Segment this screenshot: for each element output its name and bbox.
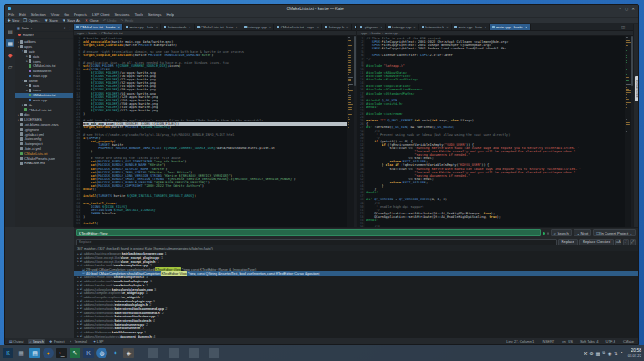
clipboard-icon[interactable]: ⧉	[602, 350, 605, 356]
more-view-icon[interactable]: ⌄	[626, 24, 633, 30]
project-selector[interactable]: ▦ Kate ▾ ⟳ ⋮	[15, 24, 73, 32]
tab-close-icon[interactable]: ✕	[117, 26, 120, 29]
split-view-icon[interactable]: ◫	[620, 24, 626, 30]
code-right[interactable]: /* This file is part of the KDE project …	[365, 36, 625, 227]
expand-tray-icon[interactable]: ⌃	[620, 351, 624, 356]
replace-input[interactable]: Replace	[76, 239, 557, 245]
open-button[interactable]: ❐Open...	[23, 18, 40, 23]
menu-file[interactable]: File	[8, 13, 14, 17]
menu-help[interactable]: Help	[167, 13, 174, 17]
git-icon[interactable]: ◆	[6, 50, 14, 59]
project-refresh-button[interactable]: ⟳	[64, 26, 66, 30]
breadcrumb-segment[interactable]: apps	[361, 31, 367, 35]
result-checkbox[interactable]: ☑	[80, 276, 82, 279]
toolview-button-terminal[interactable]: ›_Terminal	[69, 339, 89, 344]
menu-settings[interactable]: Settings	[148, 13, 162, 17]
menu-view[interactable]: View	[51, 13, 59, 17]
result-checkbox[interactable]: ☑	[80, 287, 82, 291]
task-button[interactable]	[148, 348, 158, 358]
syntax-mode[interactable]: CMake	[621, 339, 636, 343]
next-button[interactable]: ⌄Next	[574, 229, 591, 236]
toolview-button-search[interactable]: ⌕Search	[28, 339, 45, 344]
search-button[interactable]: ⌕Search	[551, 229, 572, 236]
result-checkbox[interactable]: ☑	[80, 256, 82, 260]
menu-go[interactable]: Go	[64, 13, 69, 17]
result-checkbox[interactable]: ☑	[80, 311, 82, 314]
result-checkbox[interactable]: ☑	[80, 264, 82, 267]
code-left[interactable]: # kwrite applicationadd_executable(kwrit…	[81, 36, 347, 227]
toolview-button-output[interactable]: ▤Output	[8, 339, 25, 344]
search-toggle-aA[interactable]: aA	[615, 239, 621, 245]
result-checkbox[interactable]: ☑	[80, 260, 82, 263]
gimp-icon[interactable]: ◈	[123, 348, 134, 358]
result-checkbox[interactable]: ☑	[80, 322, 82, 326]
breadcrumb-segment[interactable]: CMakeLists.txt	[101, 31, 123, 35]
close-button[interactable]: ✕Close	[85, 18, 99, 23]
result-checkbox[interactable]: ☑	[82, 268, 85, 271]
search-toggle-xx[interactable]: .*	[623, 239, 629, 245]
editor-left[interactable]: 1234567891011121314151617181920212223242…	[74, 36, 356, 227]
maximize-button[interactable]: ▢	[625, 7, 628, 11]
result-checkbox[interactable]: ☑	[80, 327, 82, 330]
minimap-right[interactable]	[625, 36, 631, 227]
tab-close-icon[interactable]: ✕	[236, 26, 238, 29]
breadcrumb-segment[interactable]: apps	[77, 31, 84, 35]
right-toolview-tab[interactable]: Symbol Outline	[635, 76, 639, 101]
tab-katewaiter.h[interactable]: katewaiter.h✕	[161, 24, 194, 30]
saveas-button[interactable]: ▼Save As	[62, 18, 80, 23]
result-checkbox[interactable]: ☑	[80, 291, 82, 295]
menu-selection[interactable]: Selection	[31, 13, 46, 17]
tab-close-icon[interactable]: ✕	[485, 26, 487, 29]
network-icon[interactable]: ⇅	[614, 351, 618, 356]
tab-close-icon[interactable]: ✕	[346, 26, 349, 29]
result-checkbox[interactable]: ☑	[80, 295, 82, 298]
tab-mode[interactable]: Soft Tabs: 4	[579, 339, 600, 343]
tab-close-icon[interactable]: ✕	[525, 26, 527, 29]
close-button[interactable]: ✕	[631, 7, 635, 11]
tab-close-icon[interactable]: ✕	[268, 26, 271, 29]
window-buttons[interactable]: −▢✕	[619, 7, 635, 11]
git-branch-button[interactable]: master	[15, 32, 73, 39]
toolview-button-lsp[interactable]: ✦LSP	[91, 339, 105, 344]
pager-widget[interactable]: ▦	[16, 348, 27, 358]
tab-cmakelists.txt-apps[interactable]: CMakeLists.txt - apps✕	[274, 24, 322, 30]
launcher-icon[interactable]: K	[3, 348, 13, 358]
tab-kateapp.cpp[interactable]: kateapp.cpp✕	[386, 24, 419, 30]
tab-cmakelists.txt-kwrite[interactable]: CMakeLists.txt - kwrite✕	[74, 24, 123, 30]
tab-close-icon[interactable]: ✕	[446, 26, 449, 29]
display-icon[interactable]: ▦	[596, 351, 600, 356]
menu-tools[interactable]: Tools	[134, 13, 143, 17]
tree-item[interactable]: README.md	[15, 161, 73, 166]
search-input[interactable]: KTextEditor::View	[76, 229, 541, 236]
scope-dropdown[interactable]: ❐In Current Project⌄	[593, 229, 636, 236]
encoding[interactable]: UTF-8	[604, 339, 617, 343]
result-checkbox[interactable]: ☑	[80, 303, 82, 307]
code-line[interactable]: install(	[83, 222, 347, 225]
result-checkbox[interactable]: ☑	[80, 331, 82, 334]
task-button[interactable]	[169, 348, 179, 358]
tool-icon[interactable]: ⚒	[584, 351, 588, 356]
replace-button[interactable]: Replace	[558, 239, 578, 245]
tab-close-icon[interactable]: ✕	[156, 26, 158, 29]
volume-icon[interactable]: ◉	[608, 351, 612, 356]
tab-cmakelists.txt-kate[interactable]: CMakeLists.txt - kate✕	[195, 24, 242, 30]
toolview-button-project[interactable]: ❖Project	[48, 339, 66, 344]
konsole-icon[interactable]: ›_	[56, 348, 67, 358]
new-button[interactable]: ✚New	[8, 18, 19, 23]
replace-checked-button[interactable]: Replace Checked	[579, 239, 614, 245]
menu-sessions[interactable]: Sessions	[115, 13, 130, 17]
input-mode[interactable]: INSERT	[540, 339, 556, 343]
titlebar[interactable]: CMakeLists.txt - kwrite — Kate −▢✕	[5, 5, 638, 12]
task-button[interactable]	[189, 348, 199, 358]
editor-right[interactable]: 1234567891011121314151617181920212223242…	[357, 36, 633, 227]
filesystem-icon[interactable]: ▱	[6, 62, 14, 70]
result-checkbox[interactable]: ☑	[80, 283, 82, 286]
search-toggle-x[interactable]: ⤢	[630, 239, 636, 245]
result-checkbox[interactable]: ☑	[80, 299, 82, 302]
firefox-icon[interactable]: ◕	[43, 348, 54, 358]
menu-lsp-client[interactable]: LSP Client	[92, 13, 110, 17]
task-button[interactable]	[209, 348, 219, 358]
tab-close-icon[interactable]: ✕	[317, 26, 319, 29]
result-checkbox[interactable]: ☑	[80, 319, 82, 322]
save-button[interactable]: ▼Save	[44, 18, 58, 23]
